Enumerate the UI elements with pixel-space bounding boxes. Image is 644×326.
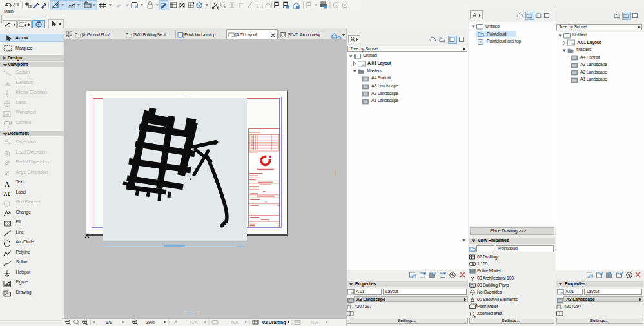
svg-text:R: R [8,161,10,164]
svg-text:A1: A1 [4,191,10,197]
svg-text:2: 2 [351,307,353,310]
svg-text:A: A [5,180,10,187]
svg-text:1/1: 1/1 [106,320,112,325]
svg-text:1: 1 [6,202,8,206]
svg-text:02 Drafting: 02 Drafting [262,320,286,325]
svg-text:29%: 29% [146,320,155,325]
svg-text:2: 2 [561,307,563,310]
svg-text:N/A: N/A [190,320,198,325]
svg-text:N/A: N/A [311,320,318,325]
svg-text:1a: 1a [8,73,12,76]
svg-text:N/A: N/A [231,320,239,325]
svg-text:15: 15 [5,139,9,143]
